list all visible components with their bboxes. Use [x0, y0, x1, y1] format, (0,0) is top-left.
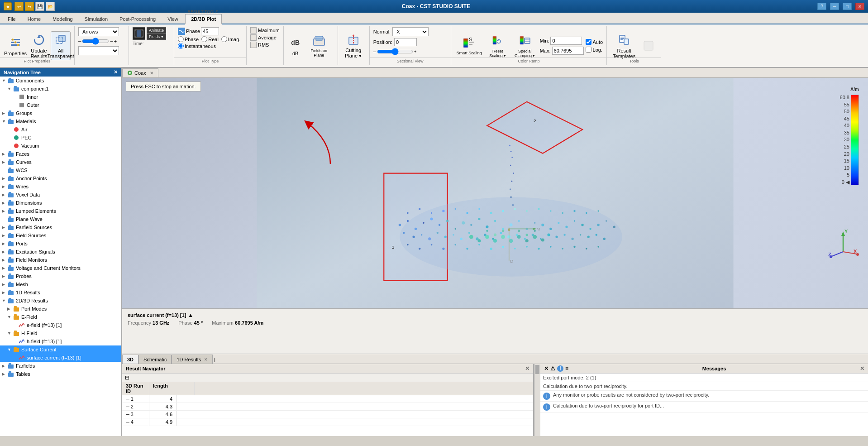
- toggle-component1[interactable]: ▼: [7, 86, 13, 91]
- result-navigator-content[interactable]: 3D Run ID length ─ 1 4 ─ 2 4.3 ─ 3 4.6: [122, 382, 533, 436]
- open-btn[interactable]: 📂: [46, 2, 55, 11]
- tree-item-inner[interactable]: ▶ Inner: [0, 93, 121, 101]
- close-btn[interactable]: ✕: [855, 3, 864, 10]
- reset-scaling-button[interactable]: Reset Scaling ▾: [486, 31, 510, 60]
- max-input[interactable]: [552, 47, 584, 55]
- tab-3d[interactable]: 3D: [122, 355, 138, 364]
- tree-item-probes[interactable]: ▶Probes: [0, 272, 121, 280]
- tree-container[interactable]: ▼ Components ▼ component1 ▶ Inner ▶ Oute…: [0, 77, 121, 436]
- cutting-plane-button[interactable]: CuttingPlane ▾: [342, 31, 365, 60]
- min-input[interactable]: [550, 37, 582, 45]
- phase-radio-label[interactable]: Phase: [178, 36, 199, 42]
- filter-icon[interactable]: ⊟: [125, 374, 129, 381]
- messages-close[interactable]: ✕: [860, 365, 864, 372]
- tree-item-wires[interactable]: ▶Wires: [0, 182, 121, 191]
- undo-btn[interactable]: ↩: [14, 2, 24, 11]
- tab-file[interactable]: File: [2, 14, 22, 24]
- log-checkbox-label[interactable]: Log.: [586, 47, 603, 53]
- tree-item-components[interactable]: ▼ Components: [0, 77, 121, 85]
- tree-item-dimensions[interactable]: ▶Dimensions: [0, 199, 121, 207]
- fields-on-plane-button[interactable]: Fields on Plane: [305, 31, 333, 60]
- tree-item-tables[interactable]: ▶Tables: [0, 370, 121, 378]
- toggle-materials[interactable]: ▼: [2, 119, 7, 124]
- animate-fields-btn[interactable]: Animate: [147, 27, 166, 34]
- result-navigator-close[interactable]: ✕: [525, 365, 529, 372]
- tree-item-curves[interactable]: ▶Curves: [0, 158, 121, 166]
- tab-1dresults-close[interactable]: ✕: [204, 357, 208, 362]
- maximize-btn[interactable]: □: [843, 3, 852, 10]
- phase-input[interactable]: [201, 27, 219, 35]
- instantaneous-radio-label[interactable]: Instantaneous: [178, 43, 216, 49]
- tree-item-excitation[interactable]: ▶Excitation Signals: [0, 248, 121, 256]
- tab-1dresults[interactable]: 1D Results ✕: [172, 355, 213, 364]
- imag-radio[interactable]: [221, 36, 227, 42]
- tree-item-vacuum[interactable]: Vacuum: [0, 142, 121, 150]
- auto-checkbox-label[interactable]: Auto: [586, 39, 603, 45]
- tree-item-component1[interactable]: ▼ component1: [0, 85, 121, 93]
- smart-scaling-button[interactable]: S Smart Scaling: [455, 31, 484, 60]
- table-row[interactable]: ─ 4 4.9: [122, 418, 533, 426]
- db-button[interactable]: dB dB: [287, 31, 304, 60]
- redo-btn[interactable]: ↪: [25, 2, 34, 11]
- messages-warn-icon[interactable]: ⚠: [550, 365, 555, 372]
- extra-tool-button[interactable]: [639, 31, 658, 60]
- tree-item-wcs[interactable]: WCS: [0, 166, 121, 174]
- tree-item-voxel[interactable]: ▶Voxel Data: [0, 191, 121, 199]
- log-checkbox[interactable]: [586, 47, 591, 53]
- size-slider[interactable]: [82, 38, 109, 45]
- tab-home[interactable]: Home: [22, 14, 47, 24]
- tree-item-faces[interactable]: ▶Faces: [0, 150, 121, 158]
- messages-list-icon[interactable]: ≡: [565, 365, 568, 372]
- doc-tab-coax[interactable]: Coax ✕: [122, 68, 158, 77]
- tab-simulation[interactable]: Simulation: [79, 14, 114, 24]
- table-row[interactable]: ─ 1 4: [122, 395, 533, 403]
- tab-modeling[interactable]: Modeling: [47, 14, 79, 24]
- tab-view[interactable]: View: [162, 14, 184, 24]
- toggle-components[interactable]: ▼: [2, 78, 7, 83]
- messages-clear-icon[interactable]: ✕: [544, 365, 548, 372]
- toggle-groups[interactable]: ▶: [2, 111, 7, 115]
- fields-btn[interactable]: Fields ▾: [147, 34, 166, 40]
- tree-item-mesh[interactable]: ▶Mesh: [0, 280, 121, 288]
- position-slider[interactable]: [377, 48, 413, 55]
- tab-postprocessing[interactable]: Post-Processing: [114, 14, 162, 24]
- viewport[interactable]: Press ESC to stop animation.: [122, 78, 868, 308]
- position-input[interactable]: [394, 38, 417, 46]
- tree-item-hfield-f13[interactable]: h-field (f=13) [1]: [0, 337, 121, 345]
- arrows-sub-dropdown[interactable]: [78, 46, 119, 55]
- arrows-dropdown[interactable]: Arrows: [78, 27, 119, 36]
- tree-item-surfcurrent[interactable]: ▼ Surface Current: [0, 345, 121, 354]
- tree-item-2d3dresults[interactable]: ▼ 2D/3D Results: [0, 297, 121, 305]
- save-btn[interactable]: 💾: [35, 2, 44, 11]
- help-btn[interactable]: ?: [817, 3, 826, 10]
- scroll-thumb[interactable]: [535, 365, 539, 374]
- all-transparent-button[interactable]: AllTransparent: [51, 31, 71, 60]
- tree-item-fieldmonitors[interactable]: ▶Field Monitors: [0, 256, 121, 264]
- tree-item-groups[interactable]: ▶ Groups: [0, 109, 121, 117]
- phase-radio[interactable]: [178, 36, 184, 42]
- tree-item-lumped[interactable]: ▶Lumped Elements: [0, 207, 121, 215]
- properties-button[interactable]: Properties: [4, 31, 27, 60]
- normal-dropdown[interactable]: XYZ: [392, 27, 429, 36]
- tree-item-anchor[interactable]: ▶Anchor Points: [0, 174, 121, 182]
- tree-item-air[interactable]: Air: [0, 125, 121, 134]
- tree-item-pec[interactable]: PEC: [0, 134, 121, 142]
- tree-item-outer[interactable]: ▶ Outer: [0, 101, 121, 109]
- real-radio[interactable]: [201, 36, 207, 42]
- instantaneous-radio[interactable]: [178, 43, 184, 49]
- messages-info-icon[interactable]: i: [557, 365, 563, 372]
- tree-item-efield[interactable]: ▼ E-Field: [0, 313, 121, 321]
- tab-add-btn[interactable]: |: [213, 355, 217, 364]
- navigator-scrollbar[interactable]: [534, 364, 540, 436]
- coax-tab-close[interactable]: ✕: [150, 71, 153, 76]
- nav-tree-close[interactable]: ✕: [114, 69, 118, 75]
- update-results-button[interactable]: UpdateResults: [29, 31, 49, 60]
- plus-btn[interactable]: +: [114, 38, 117, 44]
- special-clamping-button[interactable]: Special Clamping ▾: [512, 31, 538, 60]
- tree-item-farfields[interactable]: ▶Farfields: [0, 362, 121, 370]
- tree-item-materials[interactable]: ▼ Materials: [0, 117, 121, 125]
- tree-item-surfcurrent-f13[interactable]: surface current (f=13) [1]: [0, 354, 121, 362]
- tree-item-1dresults[interactable]: ▶1D Results: [0, 288, 121, 297]
- tree-item-hfield[interactable]: ▼ H-Field: [0, 329, 121, 337]
- tree-item-efield-f13[interactable]: e-field (f=13) [1]: [0, 321, 121, 329]
